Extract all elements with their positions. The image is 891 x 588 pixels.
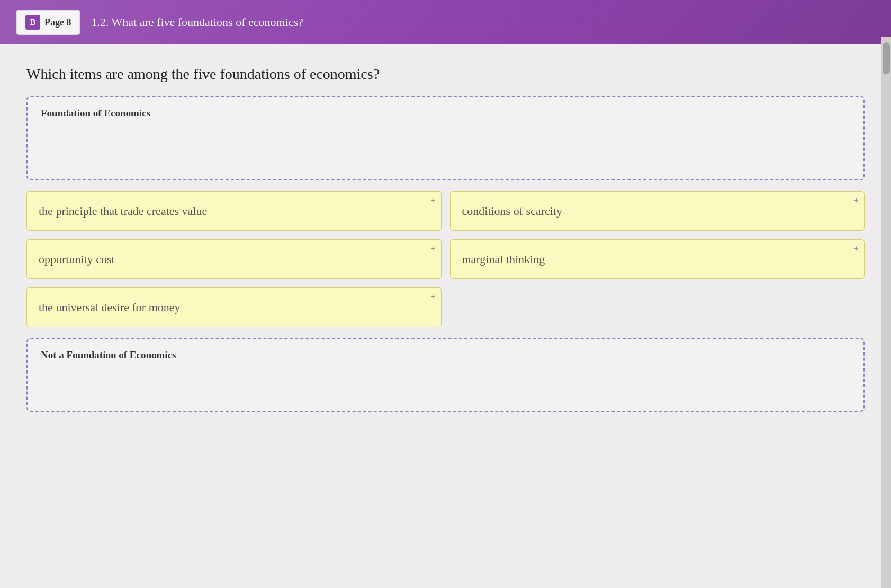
not-foundation-drop-zone[interactable]: Not a Foundation of Economics bbox=[26, 338, 865, 412]
page-number: Page 8 bbox=[44, 17, 71, 28]
card-trade-creates-value[interactable]: the principle that trade creates value + bbox=[26, 191, 442, 231]
header-title: 1.2. What are five foundations of econom… bbox=[91, 15, 303, 29]
right-card-column: conditions of scarcity + marginal thinki… bbox=[450, 191, 865, 327]
card-plus-icon: + bbox=[854, 244, 859, 254]
foundation-zone-label: Foundation of Economics bbox=[41, 107, 850, 119]
card-plus-icon: + bbox=[430, 244, 435, 254]
left-card-column: the principle that trade creates value +… bbox=[26, 191, 442, 327]
card-opportunity-cost[interactable]: opportunity cost + bbox=[26, 239, 442, 279]
cards-container: the principle that trade creates value +… bbox=[26, 191, 865, 327]
card-plus-icon: + bbox=[854, 196, 859, 205]
main-content: Which items are among the five foundatio… bbox=[0, 44, 891, 588]
card-plus-icon: + bbox=[430, 292, 435, 302]
card-conditions-scarcity[interactable]: conditions of scarcity + bbox=[450, 191, 865, 231]
question-text: Which items are among the five foundatio… bbox=[26, 66, 865, 83]
card-marginal-thinking[interactable]: marginal thinking + bbox=[450, 239, 865, 279]
page-icon: B bbox=[25, 15, 40, 30]
not-foundation-zone-label: Not a Foundation of Economics bbox=[41, 349, 850, 361]
scrollbar-thumb[interactable] bbox=[883, 42, 890, 74]
card-plus-icon: + bbox=[430, 196, 435, 205]
scrollbar[interactable] bbox=[881, 37, 891, 588]
header-bar: B Page 8 1.2. What are five foundations … bbox=[0, 0, 891, 44]
page-badge: B Page 8 bbox=[16, 10, 80, 35]
foundation-drop-zone[interactable]: Foundation of Economics bbox=[26, 96, 865, 180]
card-universal-desire[interactable]: the universal desire for money + bbox=[26, 287, 442, 327]
